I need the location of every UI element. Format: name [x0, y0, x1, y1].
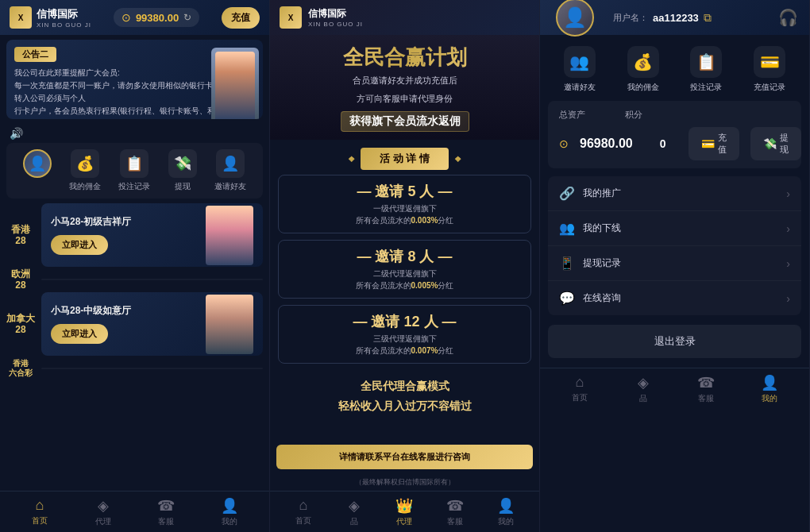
- p1-header: X 信博国际 XIN BO GUO JI ⊙ 99380.00 ↻ 充值: [0, 0, 269, 35]
- p3-header: 👤 用户名： aa112233 ⧉ 🎧: [540, 0, 809, 35]
- p1-nav-agent[interactable]: ◈ 代理: [71, 497, 135, 527]
- speaker-icon[interactable]: 🔊: [10, 127, 23, 140]
- p2-footer-banner[interactable]: 详情请联系平台在线客服进行咨询: [276, 445, 533, 469]
- p1-game-card-2: 小马28-中级如意厅 立即进入: [41, 292, 263, 356]
- p3-avatar: 👤: [556, 0, 594, 37]
- p2-hero: 全民合赢计划 合员邀请好友并成功充值后 方可向客服申请代理身份 获得旗下会员流水…: [270, 35, 539, 140]
- p3-quick-commission[interactable]: 💰 我的佣金: [615, 46, 672, 93]
- p1-enter-button-0[interactable]: 立即进入: [51, 235, 108, 255]
- p3-withdraw-btn-label: 提现: [780, 132, 789, 156]
- p3-menu-left-3: 💬 在线咨询: [559, 291, 621, 306]
- p3-menu-downline[interactable]: 👥 我的下线 ›: [548, 211, 801, 246]
- coin-icon: ⊙: [122, 11, 131, 24]
- p3-headset-icon[interactable]: 🎧: [778, 8, 798, 27]
- me-icon: 👤: [221, 497, 238, 515]
- p3-menu-left-2: 📱 提现记录: [559, 256, 621, 271]
- p1-nav-label-betting: 投注记录: [118, 181, 150, 192]
- p3-quick-label-0: 邀请好友: [564, 82, 596, 93]
- pin3-icon: ◈: [638, 374, 649, 391]
- p1-nav-home[interactable]: ⌂ 首页: [8, 497, 71, 526]
- p3-quick-label-3: 充值记录: [754, 82, 785, 93]
- chevron-right-icon-0: ›: [786, 187, 790, 200]
- p3-quick-recharge[interactable]: 💳 充值记录: [741, 46, 798, 93]
- p2-invite-num-0: — 邀请 5 人 —: [285, 182, 524, 201]
- p1-nav-me[interactable]: 👤 我的: [198, 497, 261, 527]
- p2-invite-desc3-1: 分红: [438, 281, 453, 290]
- p3-menu-promo[interactable]: 🔗 我的推广 ›: [548, 176, 801, 211]
- p2-nav-me[interactable]: 👤 我的: [480, 497, 531, 527]
- invite-quick-icon: 👥: [564, 46, 596, 78]
- p3-withdraw-btn[interactable]: 💸 提现: [750, 127, 801, 160]
- p3-quick-betting[interactable]: 📋 投注记录: [678, 46, 735, 93]
- withdraw-btn-icon: 💸: [763, 137, 777, 150]
- p1-game-girl-2: [206, 295, 253, 354]
- p1-game-title-0: 小马28-初级吉祥厅: [51, 215, 131, 229]
- p1-nav-label-commission: 我的佣金: [69, 181, 101, 192]
- p3-bnav-label-1: 品: [639, 393, 647, 404]
- withdraw-icon: 💸: [168, 149, 197, 178]
- p2-bnav-label-3: 客服: [447, 516, 463, 527]
- chevron-right-icon-1: ›: [786, 222, 790, 235]
- p1-nav-service[interactable]: ☎ 客服: [135, 497, 199, 527]
- p1-nav-commission[interactable]: 💰 我的佣金: [69, 149, 101, 192]
- p2-invite-desc2-2: 所有会员流水的: [356, 346, 411, 355]
- p3-assets: 总资产 积分 ⊙ 96980.00 0 💳 充值 💸 提现: [548, 101, 801, 168]
- p3-username-block: 用户名： aa112233 ⧉: [613, 11, 712, 25]
- p2-nav-service[interactable]: ☎ 客服: [430, 497, 480, 527]
- p2-invite-desc2-0: 所有会员流水的: [356, 216, 411, 225]
- promo-menu-icon: 🔗: [559, 186, 575, 201]
- p3-nav-pin[interactable]: ◈ 品: [611, 374, 675, 404]
- p1-nav-betting[interactable]: 📋 投注记录: [118, 149, 150, 192]
- p2-nav-home[interactable]: ⌂ 首页: [278, 497, 329, 526]
- p1-nav-label-withdraw: 提现: [175, 181, 191, 192]
- service2-icon: ☎: [446, 497, 464, 515]
- p3-quick-invite[interactable]: 👥 邀请好友: [551, 46, 608, 93]
- p1-balance-display: ⊙ 99380.00 ↻: [114, 8, 199, 27]
- pin-icon: ◈: [349, 497, 360, 515]
- p3-score-block: 0: [660, 137, 666, 150]
- p2-bnav-label-4: 我的: [498, 516, 514, 527]
- p2-nav-pin[interactable]: ◈ 品: [329, 497, 380, 527]
- p1-recharge-button[interactable]: 充值: [222, 7, 260, 29]
- commission-icon: 💰: [71, 149, 99, 178]
- p3-nav-service[interactable]: ☎ 客服: [675, 374, 739, 404]
- p3-menu-online-service[interactable]: 💬 在线咨询 ›: [548, 281, 801, 315]
- home3-icon: ⌂: [575, 374, 584, 391]
- p2-nav-agent[interactable]: 👑 代理: [380, 497, 430, 527]
- p2-invite-desc2-1: 所有会员流水的: [356, 281, 411, 290]
- p3-logout-button[interactable]: 退出登录: [548, 325, 801, 358]
- p3-username-val: aa112233: [653, 12, 699, 24]
- p3-copy-icon[interactable]: ⧉: [704, 11, 712, 25]
- p3-nav-me[interactable]: 👤 我的: [738, 374, 801, 404]
- p1-nav-withdraw[interactable]: 💸 提现: [168, 149, 197, 192]
- p2-bnav-label-1: 品: [350, 516, 358, 527]
- p2-invite-content: — 邀请 5 人 — 一级代理返佣旗下 所有会员流水的0.003%分红 — 邀请…: [270, 175, 539, 440]
- p3-menu-text-1: 我的下线: [583, 222, 621, 235]
- p1-game-tag-1: 欧洲 28: [6, 268, 35, 291]
- p3-username-label: 用户名：: [613, 12, 648, 24]
- p2-bnav-label-2: 代理: [396, 516, 412, 527]
- p1-refresh-icon[interactable]: ↻: [183, 12, 191, 23]
- p2-invite-level-2: — 邀请 12 人 — 三级代理返佣旗下 所有会员流水的0.007%分红: [278, 305, 531, 364]
- p1-game-tag-3: 香港 六合彩: [6, 359, 35, 378]
- me3-icon: 👤: [761, 374, 778, 391]
- p2-invite-hl-1: 0.005%: [411, 281, 438, 290]
- me2-icon: 👤: [497, 497, 515, 515]
- p1-balance-amount: 99380.00: [136, 12, 179, 24]
- p2-invite-level-1: — 邀请 8 人 — 二级代理返佣旗下 所有会员流水的0.005%分红: [278, 240, 531, 299]
- p3-nav-home[interactable]: ⌂ 首页: [548, 374, 611, 403]
- p2-hero-sub2: 方可向客服申请代理身份: [278, 92, 531, 106]
- p3-menu-withdraw-record[interactable]: 📱 提现记录 ›: [548, 246, 801, 281]
- p3-username-row: 用户名： aa112233 ⧉: [613, 11, 712, 25]
- p1-game-tag-0: 香港 28: [6, 224, 35, 247]
- p3-recharge-btn[interactable]: 💳 充值: [688, 127, 739, 160]
- p1-enter-button-2[interactable]: 立即进入: [51, 324, 108, 344]
- p1-banner-image: [211, 48, 259, 119]
- p1-nav-invite[interactable]: 👤 邀请好友: [214, 149, 246, 192]
- p1-nav-avatar-item[interactable]: 👤: [23, 149, 52, 192]
- p2-logo-sub: XIN BO GUO JI: [308, 21, 363, 28]
- recharge-quick-icon: 💳: [754, 46, 785, 78]
- chevron-right-icon-3: ›: [786, 292, 790, 305]
- p2-logo-texts: 信博国际 XIN BO GUO JI: [308, 7, 363, 28]
- p3-bnav-label-3: 我的: [762, 393, 777, 404]
